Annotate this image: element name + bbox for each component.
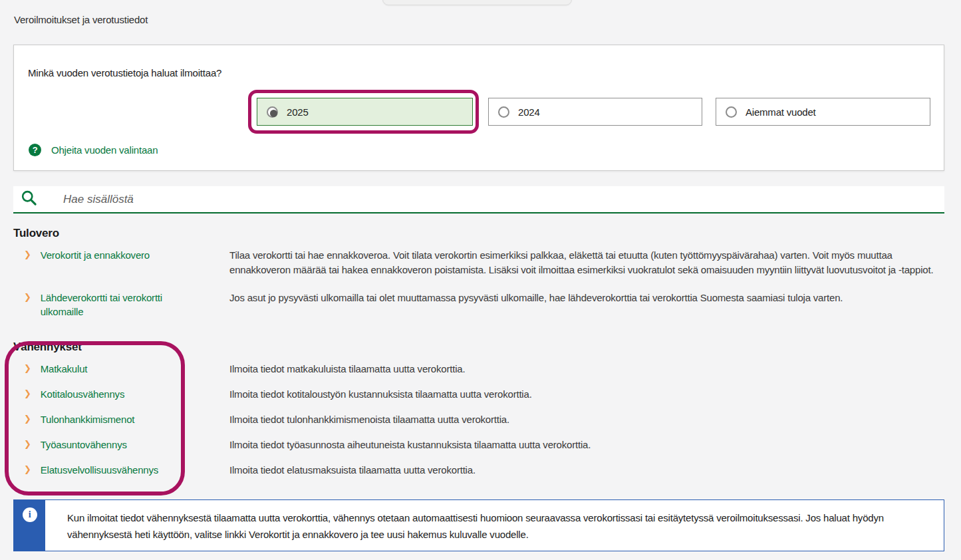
omavero-tax-page: Veroilmoitukset ja verotustiedot Minkä v… <box>0 0 961 560</box>
year-options-group: 2025 2024 Aiemmat vuodet <box>257 98 944 126</box>
info-strip: i <box>14 500 45 551</box>
info-text: Kun ilmoitat tiedot vähennyksestä tilaam… <box>45 500 944 551</box>
question-mark-icon: ? <box>29 144 41 156</box>
chevron-right-icon: ❯ <box>24 463 31 476</box>
list-item: ❯ Elatusvelvollisuusvähennys Ilmoita tie… <box>13 463 944 478</box>
year-option-earlier-years-label: Aiemmat vuodet <box>746 106 816 118</box>
year-option-2024-label: 2024 <box>518 106 540 118</box>
year-help-link-text[interactable]: Ohjeita vuoden valintaan <box>51 144 158 156</box>
year-question: Minkä vuoden verotustietoja haluat ilmoi… <box>14 45 944 78</box>
list-item: ❯ Matkakulut Ilmoita tiedot matkakuluist… <box>13 362 944 376</box>
list-item: ❯ Verokortit ja ennakkovero Tilaa veroko… <box>13 248 944 277</box>
item-description: Ilmoita tiedot elatusmaksuista tilaamatt… <box>229 463 944 478</box>
item-description: Ilmoita tiedot työasunnosta aiheutuneist… <box>229 438 944 452</box>
item-description: Ilmoita tiedot kotitaloustyön kustannuks… <box>229 387 944 402</box>
item-description: Jos asut jo pysyvästi ulkomailla tai ole… <box>229 291 944 305</box>
search-bar <box>13 186 944 213</box>
radio-unchecked-icon[interactable] <box>726 106 737 118</box>
radio-unchecked-icon[interactable] <box>498 106 509 118</box>
search-icon <box>20 189 38 210</box>
year-option-2025[interactable]: 2025 <box>257 98 473 126</box>
link-verokortit-ja-ennakkovero[interactable]: Verokortit ja ennakkovero <box>41 248 150 262</box>
section-heading-vahennykset: Vähennykset <box>13 341 961 354</box>
item-description: Ilmoita tiedot tulonhankkimismenoista ti… <box>229 412 944 427</box>
search-input[interactable] <box>63 186 944 212</box>
year-option-2024[interactable]: 2024 <box>488 98 702 126</box>
section-heading-tulovero: Tulovero <box>13 227 961 240</box>
chevron-right-icon: ❯ <box>24 248 31 261</box>
link-tyoasuntovahennys[interactable]: Työasuntovähennys <box>41 438 127 452</box>
list-item: ❯ Työasuntovähennys Ilmoita tiedot työas… <box>13 438 944 452</box>
list-item: ❯ Tulonhankkimismenot Ilmoita tiedot tul… <box>13 412 944 427</box>
link-lahdeverokortti[interactable]: Lähdeverokortti tai verokortti ulkomaill… <box>41 291 207 319</box>
vahennykset-items: ❯ Matkakulut Ilmoita tiedot matkakuluist… <box>0 362 961 478</box>
info-box: i Kun ilmoitat tiedot vähennyksestä tila… <box>13 499 944 551</box>
chevron-right-icon: ❯ <box>24 412 31 425</box>
year-option-earlier-years[interactable]: Aiemmat vuodet <box>716 98 930 126</box>
chevron-right-icon: ❯ <box>24 387 31 400</box>
link-elatusvelvollisuusvahennys[interactable]: Elatusvelvollisuusvähennys <box>41 463 158 477</box>
link-tulonhankkimismenot[interactable]: Tulonhankkimismenot <box>41 412 135 426</box>
year-selection-card: Minkä vuoden verotustietoja haluat ilmoi… <box>13 45 944 171</box>
year-help-link[interactable]: ? Ohjeita vuoden valintaan <box>29 144 158 156</box>
info-icon: i <box>23 507 37 522</box>
list-item: ❯ Kotitalousvähennys Ilmoita tiedot koti… <box>13 387 944 402</box>
list-item: ❯ Lähdeverokortti tai verokortti ulkomai… <box>13 291 944 319</box>
tulovero-items: ❯ Verokortit ja ennakkovero Tilaa veroko… <box>0 248 961 319</box>
link-kotitalousvahennys[interactable]: Kotitalousvähennys <box>41 387 125 401</box>
chevron-right-icon: ❯ <box>24 291 31 303</box>
top-edge-artifact <box>382 0 572 5</box>
link-matkakulut[interactable]: Matkakulut <box>41 362 88 376</box>
chevron-right-icon: ❯ <box>24 362 31 374</box>
item-description: Ilmoita tiedot matkakuluista tilaamatta … <box>229 362 944 376</box>
item-description: Tilaa verokortti tai hae ennakkoveroa. V… <box>229 248 944 277</box>
year-option-2025-label: 2025 <box>287 106 309 118</box>
chevron-right-icon: ❯ <box>24 438 31 450</box>
radio-checked-icon[interactable] <box>267 106 278 118</box>
